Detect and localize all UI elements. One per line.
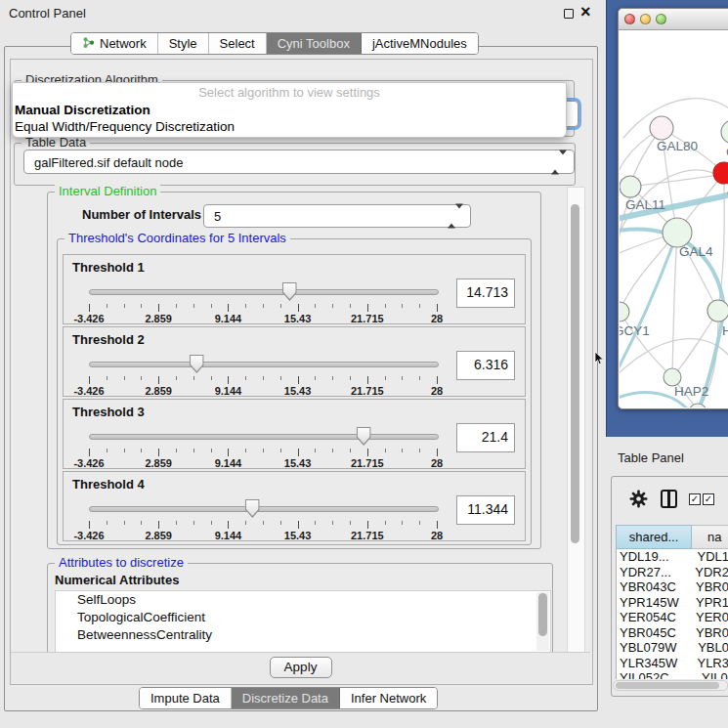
threshold-slider[interactable]: -3.4262.8599.14415.4321.71528 <box>89 280 437 321</box>
node-table-body: YDL19...YDL1YDR27...YDR2YBR043CYBR0YPR14… <box>616 549 728 679</box>
float-window-icon[interactable] <box>564 9 574 19</box>
tab-network[interactable]: Network <box>71 33 158 54</box>
name-cell[interactable]: YPR1 <box>688 595 728 611</box>
network-edge[interactable] <box>620 312 672 377</box>
network-node-label: H <box>722 323 728 338</box>
network-node[interactable] <box>689 404 707 407</box>
algorithm-option[interactable]: Equal Width/Frequency Discretization <box>13 118 566 135</box>
name-cell[interactable]: YIL0 <box>694 670 728 679</box>
table-data-combobox[interactable]: galFiltered.sif default node <box>23 150 575 174</box>
slider-thumb[interactable] <box>245 499 260 518</box>
minimize-traffic-light[interactable] <box>640 14 651 24</box>
tab-cyni-toolbox[interactable]: Cyni Toolbox <box>267 33 362 54</box>
network-node-gal80[interactable] <box>650 116 673 140</box>
network-edge[interactable] <box>672 233 677 377</box>
table-row[interactable]: YBR045CYBR0 <box>617 625 728 641</box>
name-cell[interactable]: YBR0 <box>688 625 728 641</box>
column-header-shared-name[interactable]: shared... <box>616 525 692 549</box>
network-node-h[interactable] <box>707 300 728 321</box>
apply-button[interactable]: Apply <box>270 657 332 678</box>
table-row[interactable]: YLR345WYLR3 <box>617 656 728 671</box>
threshold-value-field[interactable]: 21.4 <box>456 423 515 452</box>
number-of-intervals-combobox[interactable]: 5 <box>203 204 471 228</box>
zoom-traffic-light[interactable] <box>656 14 666 24</box>
attribute-list-item[interactable]: TopologicalCoefficient <box>56 609 550 626</box>
tick-mark <box>385 376 386 380</box>
shared-name-cell[interactable]: YDR27... <box>617 565 687 580</box>
table-row[interactable]: YER054CYER0 <box>617 610 728 625</box>
tick-mark <box>263 521 264 525</box>
slider-thumb[interactable] <box>357 427 371 446</box>
shared-name-cell[interactable]: YPR145W <box>617 595 688 611</box>
threshold-panel: Threshold 1-3.4262.8599.14415.4321.71528… <box>63 254 526 324</box>
combo-spinner-icon <box>448 209 463 224</box>
gear-icon[interactable] <box>629 490 648 508</box>
shared-name-cell[interactable]: YBL079W <box>617 640 690 656</box>
table-row[interactable]: YDL19...YDL1 <box>617 549 728 565</box>
tab-style[interactable]: Style <box>158 33 209 54</box>
tick-mark <box>437 304 438 312</box>
tab-jactivemnodules[interactable]: jActiveMNodules <box>362 33 478 54</box>
shared-name-cell[interactable]: YDL19... <box>617 549 689 565</box>
name-cell[interactable]: YDR2 <box>687 565 728 580</box>
shared-name-cell[interactable]: YBR043C <box>617 579 688 595</box>
threshold-slider[interactable]: -3.4262.8599.14415.4321.71528 <box>89 497 437 538</box>
attribute-list-item[interactable]: BetweennessCentrality <box>56 626 550 644</box>
network-window-titlebar[interactable] <box>619 9 728 30</box>
tick-mark <box>107 376 107 380</box>
table-row[interactable]: YPR145WYPR1 <box>617 595 728 611</box>
shared-name-cell[interactable]: YER054C <box>617 610 688 625</box>
algorithm-option[interactable]: Manual Discretization <box>13 102 566 118</box>
threshold-slider[interactable]: -3.4262.8599.14415.4321.71528 <box>89 353 437 394</box>
threshold-value-field[interactable]: 6.316 <box>456 351 515 380</box>
close-traffic-light[interactable] <box>624 14 635 24</box>
name-cell[interactable]: YBR0 <box>688 579 728 595</box>
network-node-label: GAL11 <box>625 197 665 212</box>
network-canvas[interactable]: GAL80GACGAL11GAL4GCY1HHAP2 <box>620 30 728 407</box>
tab-impute-data[interactable]: Impute Data <box>140 688 232 708</box>
table-row[interactable]: YIL052CYIL0 <box>617 670 728 679</box>
threshold-value-field[interactable]: 11.344 <box>456 495 515 525</box>
scrollbar-thumb[interactable] <box>571 204 579 543</box>
network-node-gal4[interactable] <box>663 218 692 247</box>
slider-track[interactable] <box>89 506 439 512</box>
network-node-gcy1[interactable] <box>620 302 629 321</box>
name-cell[interactable]: YLR3 <box>689 656 728 671</box>
shared-name-cell[interactable]: YBR045C <box>617 625 688 641</box>
tab-select[interactable]: Select <box>209 33 267 54</box>
shared-name-cell[interactable]: YIL052C <box>617 670 694 679</box>
column-header-name[interactable]: na <box>692 525 728 549</box>
name-cell[interactable]: YDL1 <box>689 549 728 565</box>
name-cell[interactable]: YBL0 <box>690 640 728 656</box>
threshold-slider[interactable]: -3.4262.8599.14415.4321.71528 <box>89 425 437 466</box>
network-node-ga[interactable] <box>721 120 728 144</box>
network-node-gal11[interactable] <box>620 176 641 197</box>
slider-thumb[interactable] <box>282 282 297 301</box>
tab-discretize-data[interactable]: Discretize Data <box>232 688 340 708</box>
slider-track[interactable] <box>89 434 439 440</box>
threshold-value-field[interactable]: 14.713 <box>456 278 515 308</box>
network-edge[interactable] <box>623 99 728 138</box>
table-row[interactable]: YBL079WYBL0 <box>617 640 728 656</box>
close-window-icon[interactable]: × <box>580 2 591 22</box>
split-columns-icon[interactable] <box>661 490 677 508</box>
tick-mark <box>228 376 229 384</box>
slider-track[interactable] <box>89 362 439 367</box>
attribute-list-item[interactable]: SelfLoops <box>56 591 550 609</box>
settings-vertical-scrollbar[interactable] <box>567 187 585 653</box>
list-vertical-scrollbar[interactable] <box>536 592 549 651</box>
table-row[interactable]: YBR043CYBR0 <box>617 579 728 595</box>
scrollbar-thumb[interactable] <box>616 682 719 689</box>
tick-mark <box>107 449 107 452</box>
table-row[interactable]: YDR27...YDR2 <box>617 565 728 580</box>
scrollbar-thumb[interactable] <box>538 593 547 636</box>
checkbox-checked-icon[interactable]: ✓ <box>689 493 701 505</box>
table-horizontal-scrollbar[interactable] <box>613 680 728 691</box>
slider-thumb[interactable] <box>190 355 204 373</box>
checkbox-checked-icon[interactable]: ✓ <box>703 493 714 505</box>
tick-mark <box>419 304 420 308</box>
slider-track[interactable] <box>89 289 439 295</box>
shared-name-cell[interactable]: YLR345W <box>617 656 689 671</box>
tab-infer-network[interactable]: Infer Network <box>340 688 437 708</box>
name-cell[interactable]: YER0 <box>688 610 728 625</box>
